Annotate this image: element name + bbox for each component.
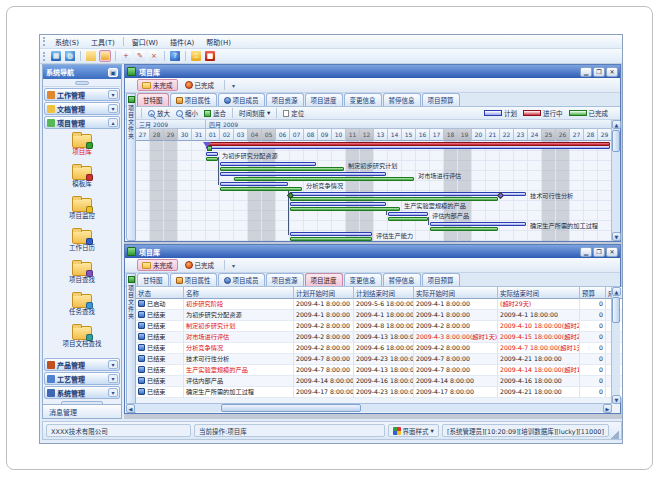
planned-bar[interactable] — [290, 192, 526, 196]
close-button[interactable]: ✕ — [606, 67, 618, 77]
sidebar-pin-button[interactable]: ▣ — [108, 68, 118, 77]
table-row[interactable]: 已结束对市场进行评估2009-4-2 8:00:002009-4-13 18:0… — [136, 332, 622, 343]
zoom-out-button[interactable]: -缩小 — [173, 108, 201, 118]
sidebar-group-bottom-1-group[interactable]: 工艺管理▾ — [44, 372, 120, 385]
folder-save-icon[interactable] — [99, 50, 111, 62]
table-row[interactable]: 已结束技术可行性分析2009-4-7 8:00:002009-4-23 18:0… — [136, 354, 622, 365]
scroll-left-arrow[interactable]: ◀ — [126, 404, 135, 413]
table-tab-7[interactable]: 项目预算 — [422, 273, 460, 286]
help-icon[interactable]: ? — [169, 50, 181, 62]
table-row[interactable]: 已结束生产实验室规模的产品2009-4-7 8:00:002009-4-13 1… — [136, 365, 622, 376]
table-tab-1[interactable]: 项目属性 — [170, 273, 217, 286]
lock-icon[interactable]: ⚿ — [190, 50, 202, 62]
sidebar-group-bottom-0-group[interactable]: 产品管理▾ — [44, 358, 120, 371]
column-header-4[interactable]: 实际开始时间 — [414, 287, 498, 299]
planned-bar[interactable] — [388, 212, 428, 216]
menu-item-3[interactable]: 插件(A) — [164, 36, 200, 48]
sidebar-item-6[interactable]: 项目文档查找 — [43, 323, 121, 355]
actual-bar[interactable] — [220, 167, 344, 171]
sidebar-collapse-strip[interactable] — [43, 79, 121, 87]
table-row[interactable]: 已结束制定初步研究计划2009-4-2 8:00:002009-4-8 18:0… — [136, 321, 622, 332]
table-tab-3[interactable]: 项目资源 — [266, 273, 304, 286]
chevron-down-icon[interactable]: ▾ — [108, 388, 118, 397]
actual-bar[interactable] — [290, 237, 372, 241]
project-folder-side-tab[interactable]: 项目文件夹 — [126, 93, 136, 241]
resize-grip[interactable] — [611, 431, 619, 439]
column-header-1[interactable]: 名称 — [184, 287, 294, 299]
project-folder-side-tab[interactable]: 项目文件夹 — [126, 273, 136, 413]
table-tab-6[interactable]: 暂停信息 — [383, 273, 421, 286]
finished-filter-button[interactable]: 已完成 — [180, 79, 220, 91]
table-row[interactable]: 已结束为初步研究分配资源2009-4-1 8:00:002009-4-1 18:… — [136, 310, 622, 321]
menu-item-0[interactable]: 系统(S) — [49, 36, 85, 48]
globe-icon[interactable]: ◍ — [64, 50, 76, 62]
table-tab-5[interactable]: 变更信息 — [344, 273, 382, 286]
column-header-5[interactable]: 实际结束时间 — [498, 287, 580, 299]
sidebar-group-top-2-group[interactable]: 项目管理▴ — [44, 116, 120, 129]
table-vertical-scrollbar[interactable]: ▲ ▼ — [611, 287, 620, 404]
scroll-right-arrow[interactable]: ▶ — [603, 404, 612, 413]
minimize-button[interactable]: ▁ — [580, 67, 592, 77]
doc-delete-icon[interactable]: × — [148, 50, 160, 62]
actual-bar[interactable] — [206, 157, 218, 161]
ui-style-dropdown[interactable]: 界面样式 ▾ — [388, 424, 439, 437]
minimize-button[interactable]: ▁ — [580, 247, 592, 257]
actual-bar[interactable] — [290, 207, 400, 211]
doc-new-icon[interactable]: + — [120, 50, 132, 62]
planned-bar[interactable] — [430, 222, 526, 226]
chevron-down-icon[interactable]: ▾ — [108, 360, 118, 369]
gantt-tab-1[interactable]: 项目属性 — [170, 93, 217, 106]
actual-bar[interactable] — [234, 177, 414, 181]
sidebar-item-4[interactable]: 项目查找 — [43, 259, 121, 291]
finished-filter-button[interactable]: 已完成 — [180, 259, 220, 271]
table-horizontal-scrollbar[interactable]: ◀ ▶ — [126, 403, 612, 412]
timescale-dropdown[interactable]: 时间刻度 ▾ — [236, 108, 273, 118]
chevron-down-icon[interactable]: ▾ — [108, 90, 118, 99]
planned-bar[interactable] — [290, 232, 372, 236]
chevron-down-icon[interactable]: ▾ — [108, 374, 118, 383]
table-row[interactable]: 已结束评估内部产品2009-4-14 8:00:002009-4-16 18:0… — [136, 376, 622, 387]
menu-item-1[interactable]: 工具(T) — [85, 36, 121, 48]
menu-item-2[interactable]: 窗口(W) — [126, 36, 164, 48]
overflow-chevron-icon[interactable]: ▾ — [232, 82, 235, 89]
summary-inprogress-bar[interactable] — [206, 142, 610, 146]
locate-button[interactable]: 定位 — [280, 108, 307, 118]
gantt-tab-5[interactable]: 变更信息 — [344, 93, 382, 106]
gantt-window-titlebar[interactable]: 项目库 ▁ ❐ ✕ — [125, 65, 620, 78]
close-button[interactable]: ✕ — [606, 247, 618, 257]
menu-item-4[interactable]: 帮助(H) — [200, 36, 237, 48]
gantt-tab-3[interactable]: 项目资源 — [266, 93, 304, 106]
table-tab-0[interactable]: 甘特图 — [137, 273, 169, 286]
fit-button[interactable]: 适合 — [201, 108, 229, 118]
scroll-down-arrow[interactable]: ▼ — [612, 232, 621, 241]
table-row[interactable]: 已启动初步研究阶段2009-4-1 8:00:002009-5-6 18:00:… — [136, 299, 622, 310]
actual-bar[interactable] — [388, 217, 428, 221]
sidebar-item-0[interactable]: 项目库 — [43, 131, 121, 163]
gantt-tab-2[interactable]: 项目成员 — [218, 93, 265, 106]
scroll-thumb[interactable] — [221, 404, 361, 412]
planned-bar[interactable] — [220, 182, 288, 186]
gantt-vertical-scrollbar[interactable]: ▲ ▼ — [611, 120, 620, 241]
sidebar-item-2[interactable]: 项目监控 — [43, 195, 121, 227]
gantt-tab-7[interactable]: 项目预算 — [422, 93, 460, 106]
column-header-6[interactable]: 预算 — [580, 287, 606, 299]
tab-message-management[interactable]: 消息管理 — [43, 404, 121, 418]
scroll-thumb[interactable] — [612, 297, 620, 323]
sidebar-item-3[interactable]: 工作日历 — [43, 227, 121, 259]
unfinished-filter-button[interactable]: 未完成 — [137, 259, 178, 271]
sidebar-item-5[interactable]: 任务查找 — [43, 291, 121, 323]
scroll-up-arrow[interactable]: ▲ — [612, 287, 621, 296]
network-icon[interactable]: ▦ — [50, 50, 62, 62]
actual-bar[interactable] — [290, 197, 498, 201]
table-row[interactable]: 已结束分析竞争情况2009-4-2 8:00:002009-4-6 18:00:… — [136, 343, 622, 354]
column-header-2[interactable]: 计划开始时间 — [294, 287, 354, 299]
sidebar-item-1[interactable]: 模板库 — [43, 163, 121, 195]
planned-bar[interactable] — [220, 162, 316, 166]
gantt-tab-4[interactable]: 项目进度 — [305, 93, 343, 106]
sidebar-group-top-1-group[interactable]: 文档管理▾ — [44, 102, 120, 115]
maximize-button[interactable]: ❐ — [593, 247, 605, 257]
table-tab-2[interactable]: 项目成员 — [218, 273, 265, 286]
scroll-thumb[interactable] — [612, 130, 620, 152]
doc-edit-icon[interactable]: ✎ — [134, 50, 146, 62]
scroll-up-arrow[interactable]: ▲ — [612, 120, 621, 129]
